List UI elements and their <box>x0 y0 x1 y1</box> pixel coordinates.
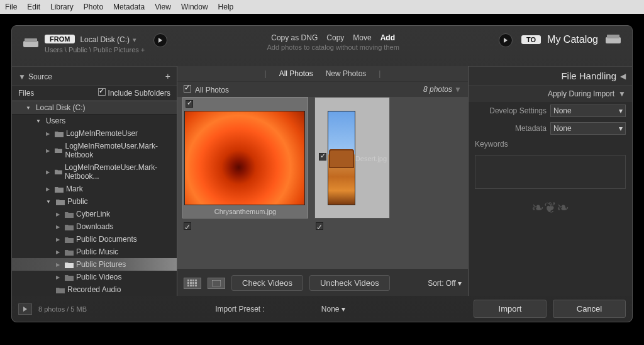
svg-rect-4 <box>187 280 189 281</box>
to-badge: TO <box>521 35 541 44</box>
svg-rect-8 <box>187 282 189 284</box>
tab-new-photos[interactable]: New Photos <box>326 69 367 78</box>
preview-panel: | All Photos New Photos | All Photos 8 p… <box>177 66 469 296</box>
loupe-view-button[interactable] <box>208 278 225 289</box>
cancel-button[interactable]: Cancel <box>553 300 626 318</box>
op-move[interactable]: Move <box>353 33 371 42</box>
include-subfolders-checkbox[interactable]: Include Subfolders <box>98 88 170 98</box>
op-copy-dng[interactable]: Copy as DNG <box>271 33 318 42</box>
grid-view-button[interactable] <box>184 278 201 289</box>
drive-icon <box>604 33 622 46</box>
import-mode: Copy as DNG Copy Move Add Add photos to … <box>176 33 490 51</box>
tab-all-photos[interactable]: All Photos <box>279 69 313 78</box>
source-path[interactable]: Users \ Public \ Public Pictures + <box>45 46 145 54</box>
nav-forward-button[interactable] <box>153 33 167 47</box>
thumb-filename: Desert.jpg <box>355 152 387 164</box>
svg-rect-14 <box>192 285 194 286</box>
source-drive-select[interactable]: Local Disk (C:) ▾ <box>80 33 136 45</box>
op-add[interactable]: Add <box>380 33 395 42</box>
import-dialog: FROM Local Disk (C:) ▾ Users \ Public \ … <box>11 25 633 322</box>
menu-edit[interactable]: Edit <box>27 3 40 11</box>
uncheck-videos-button[interactable]: Uncheck Videos <box>309 275 390 291</box>
svg-rect-6 <box>192 280 194 281</box>
destination-title[interactable]: My Catalog <box>547 34 598 45</box>
expand-button[interactable] <box>18 303 32 315</box>
tree-item[interactable]: Public Documents <box>12 233 177 246</box>
op-copy[interactable]: Copy <box>326 33 344 42</box>
sort-select[interactable]: Off ▾ <box>446 279 462 288</box>
import-button[interactable]: Import <box>474 300 547 318</box>
settings-panel: File Handling◀ Apply During Import▼ Deve… <box>469 66 632 296</box>
footer: 8 photos / 5 MB Import Preset : None ▾ I… <box>12 296 632 322</box>
menu-metadata[interactable]: Metadata <box>113 3 145 11</box>
thumb-checkbox[interactable] <box>186 100 193 108</box>
to-section: TO My Catalog <box>521 33 622 46</box>
from-section: FROM Local Disk (C:) ▾ Users \ Public \ … <box>22 33 145 54</box>
op-description: Add photos to catalog without moving the… <box>267 43 399 51</box>
files-label: Files <box>18 89 34 98</box>
tree-disk[interactable]: Local Disk (C:) <box>12 101 177 115</box>
thumb-image[interactable] <box>184 111 305 205</box>
source-panel-header[interactable]: ▼Source + <box>12 67 177 86</box>
tree-item[interactable]: CyberLink <box>12 208 177 220</box>
status-text: 8 photos / 5 MB <box>38 305 87 313</box>
menubar[interactable]: File Edit Library Photo Metadata View Wi… <box>0 0 644 14</box>
svg-rect-3 <box>607 35 619 38</box>
select-all-checkbox[interactable] <box>184 85 191 93</box>
tree-public[interactable]: Public <box>12 195 177 208</box>
svg-rect-5 <box>190 280 192 281</box>
thumb-checkbox[interactable] <box>319 153 326 161</box>
tree-item[interactable]: LogMeInRemoteUser <box>12 127 177 140</box>
file-handling-header[interactable]: File Handling◀ <box>469 67 632 86</box>
svg-rect-12 <box>187 285 189 286</box>
apply-during-import-header[interactable]: Apply During Import▼ <box>469 86 632 102</box>
develop-settings-select[interactable]: None▾ <box>550 105 626 117</box>
menu-photo[interactable]: Photo <box>84 3 103 11</box>
sort-label: Sort: <box>428 279 443 288</box>
thumbnail[interactable]: Desert.jpg <box>314 97 390 218</box>
drive-icon <box>22 37 40 50</box>
svg-rect-11 <box>195 282 197 284</box>
menu-help[interactable]: Help <box>218 3 234 11</box>
tree-users[interactable]: Users <box>12 115 177 127</box>
svg-rect-13 <box>190 285 192 286</box>
tree-item[interactable]: Mark <box>12 183 177 195</box>
tree-item[interactable]: Downloads <box>12 220 177 233</box>
thumb-checkbox[interactable]: ✓ <box>316 222 323 230</box>
svg-rect-16 <box>212 280 221 286</box>
svg-rect-15 <box>195 285 197 286</box>
svg-rect-10 <box>192 282 194 284</box>
keywords-label: Keywords <box>475 140 508 149</box>
check-videos-button[interactable]: Check Videos <box>231 275 303 291</box>
tree-item[interactable]: LogMeInRemoteUser.Mark-Netbook <box>12 140 177 161</box>
thumb-checkbox[interactable]: ✓ <box>184 222 191 230</box>
topbar: FROM Local Disk (C:) ▾ Users \ Public \ … <box>12 26 632 66</box>
tree-item[interactable]: Public Music <box>12 246 177 258</box>
import-preset-label: Import Preset : <box>215 305 265 314</box>
ornament-icon: ❧❦❧ <box>469 199 632 217</box>
add-source-icon[interactable]: + <box>165 71 170 81</box>
tree-item[interactable]: Public Videos <box>12 271 177 283</box>
grid-toolbar: Check Videos Uncheck Videos Sort: Off ▾ <box>177 269 468 296</box>
svg-rect-7 <box>195 280 197 281</box>
svg-rect-1 <box>25 38 37 42</box>
thumb-filename: Chrysanthemum.jpg <box>184 205 306 217</box>
folder-tree[interactable]: Local Disk (C:) Users LogMeInRemoteUser … <box>12 101 177 296</box>
thumb-image[interactable] <box>328 111 355 205</box>
menu-window[interactable]: Window <box>181 3 208 11</box>
grid-title: All Photos <box>184 84 229 94</box>
develop-settings-label: Develop Settings <box>489 106 547 115</box>
preview-tabs: | All Photos New Photos | <box>177 66 468 82</box>
thumbnail[interactable]: Chrysanthemum.jpg <box>182 97 308 218</box>
menu-file[interactable]: File <box>5 3 17 11</box>
import-preset-select[interactable]: None ▾ <box>321 305 345 314</box>
nav-forward-button-2[interactable] <box>499 33 513 47</box>
menu-view[interactable]: View <box>155 3 171 11</box>
metadata-select[interactable]: None▾ <box>550 122 626 135</box>
tree-item[interactable]: LogMeInRemoteUser.Mark-Netbook... <box>12 161 177 183</box>
menu-library[interactable]: Library <box>50 3 74 11</box>
tree-public-pictures[interactable]: Public Pictures <box>12 258 177 271</box>
tree-item[interactable]: Recorded Audio <box>12 283 177 296</box>
keywords-input[interactable] <box>475 155 626 189</box>
metadata-label: Metadata <box>515 124 547 133</box>
